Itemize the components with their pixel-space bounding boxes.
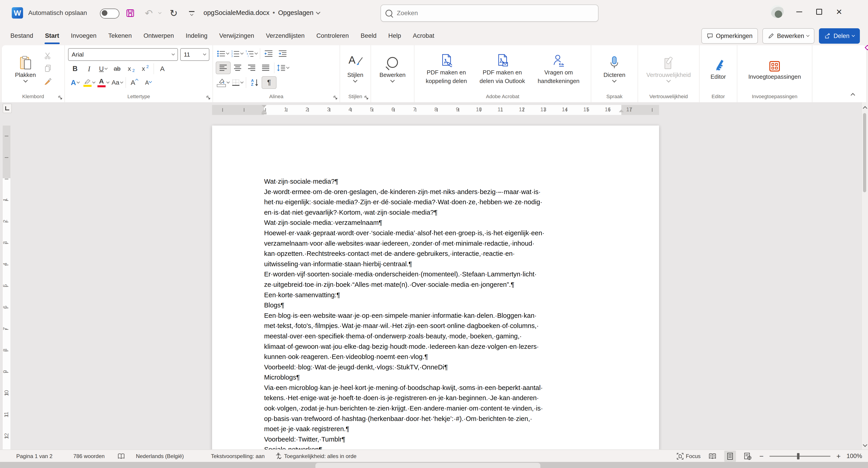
save-button[interactable]: [124, 7, 136, 20]
editing-mode-button[interactable]: Bewerken: [763, 28, 814, 43]
document-line[interactable]: op·basis·van·trefwoord·of·hashtag·(herke…: [264, 413, 626, 424]
document-line[interactable]: Er·worden·vijf·soorten·sociale·media·ond…: [264, 269, 626, 280]
tab-bestand[interactable]: Bestand: [4, 26, 39, 45]
undo-button[interactable]: ↶: [143, 7, 155, 20]
horizontal-ruler[interactable]: 1234567891011121314151617: [212, 105, 659, 115]
line-spacing-button[interactable]: [276, 62, 290, 74]
accessibility-status[interactable]: Toegankelijkheid: alles in orde: [275, 453, 356, 460]
subscript-button[interactable]: x2: [124, 63, 138, 75]
strikethrough-button[interactable]: ab: [110, 63, 124, 75]
search-input[interactable]: [396, 9, 593, 17]
tab-invoegen[interactable]: Invoegen: [65, 26, 102, 45]
multilevel-list-button[interactable]: 1 a i: [244, 48, 258, 59]
zoom-out-button[interactable]: −: [760, 452, 764, 460]
justify-button[interactable]: [259, 62, 273, 74]
document-line[interactable]: Microblogs¶: [264, 372, 626, 382]
tab-verwijzingen[interactable]: Verwijzingen: [213, 26, 260, 45]
document-line[interactable]: meestal·over·een·specifiek·thema·of·onde…: [264, 331, 626, 341]
document-line[interactable]: Sociale·netwerken¶: [264, 444, 626, 449]
editor-button[interactable]: Editor: [707, 55, 730, 82]
scroll-down-arrow[interactable]: [863, 442, 867, 447]
scrollbar-thumb[interactable]: [863, 113, 866, 192]
document-line[interactable]: kunnen·ook·reageren.·Een·videoblog·noemt…: [264, 352, 626, 362]
document-line[interactable]: Via·een·microblog·kan·je·heel·kort·je·me…: [264, 382, 626, 393]
shrink-font-button[interactable]: A: [141, 77, 155, 88]
page-indicator[interactable]: Pagina 1 van 2: [16, 453, 53, 460]
styles-dialog-launcher[interactable]: [364, 95, 369, 100]
hanging-indent-marker[interactable]: [261, 110, 267, 114]
change-case-button[interactable]: Aa: [110, 77, 124, 88]
undo-dropdown[interactable]: [156, 7, 163, 20]
redo-button[interactable]: ↻: [167, 7, 180, 20]
tab-acrobat[interactable]: Acrobat: [407, 26, 440, 45]
document-line[interactable]: moet·je·je·vaak·registreren.¶: [264, 424, 626, 434]
document-line[interactable]: ook·volgen,·zodat·je·hun·berichten·te·zi…: [264, 403, 626, 413]
print-layout-button[interactable]: [724, 450, 736, 462]
bold-button[interactable]: B: [68, 63, 82, 75]
document-page[interactable]: Wat·zijn·sociale·media?¶Je·wordt·ermee·o…: [212, 125, 659, 449]
comments-button[interactable]: Opmerkingen: [701, 28, 758, 43]
tab-indeling[interactable]: Indeling: [180, 26, 213, 45]
scroll-up-arrow[interactable]: [863, 106, 867, 111]
avatar[interactable]: [771, 5, 784, 18]
shading-button[interactable]: [216, 77, 230, 88]
numbering-button[interactable]: 1 2 3: [230, 48, 244, 59]
font-color-button[interactable]: A: [96, 77, 110, 88]
paste-button[interactable]: Plakken: [11, 53, 39, 84]
pdf-create-share-link-button[interactable]: PDF maken en koppeling delen: [422, 51, 470, 86]
show-formatting-marks-button[interactable]: ¶: [261, 76, 277, 89]
decrease-indent-button[interactable]: [261, 48, 276, 59]
tab-start[interactable]: Start: [39, 26, 65, 45]
restore-button[interactable]: [811, 4, 827, 19]
minimize-button[interactable]: [792, 4, 807, 19]
text-prediction-indicator[interactable]: Tekstvoorspelling: aan: [211, 453, 265, 460]
first-line-indent-marker[interactable]: [261, 105, 267, 108]
zoom-slider[interactable]: [769, 456, 831, 457]
search-box[interactable]: [380, 4, 598, 22]
font-dialog-launcher[interactable]: [206, 95, 211, 100]
styles-button[interactable]: A Stijlen: [344, 53, 367, 84]
tab-controleren[interactable]: Controleren: [310, 26, 355, 45]
close-button[interactable]: ×: [831, 4, 847, 19]
font-family-combo[interactable]: Arial: [68, 48, 178, 61]
addins-button[interactable]: Invoegtoepassingen: [745, 55, 805, 82]
right-indent-marker[interactable]: [619, 110, 624, 112]
sort-button[interactable]: AZ: [248, 77, 261, 88]
increase-indent-button[interactable]: [276, 48, 290, 59]
document-line[interactable]: Wat·zijn·sociale·media?¶: [264, 176, 626, 186]
document-line[interactable]: en·is·dat·niet·gevaarlijk?·Kortom,·wat·z…: [264, 207, 626, 217]
dictate-button[interactable]: Dicteren: [600, 53, 629, 84]
vertical-ruler[interactable]: 123456789101112: [3, 115, 10, 449]
tab-stop-selector[interactable]: [3, 104, 12, 113]
document-line[interactable]: Een·korte·samenvatting:¶: [264, 290, 626, 300]
proofing-status[interactable]: [118, 453, 125, 459]
tab-verzendlijsten[interactable]: Verzendlijsten: [260, 26, 310, 45]
document-title[interactable]: opgSocialeMedia.docx • Opgeslagen: [204, 9, 320, 17]
document-line[interactable]: ze·uitgebreid·toe·in·zijn·boek·“Alles·me…: [264, 280, 626, 290]
tab-beeld[interactable]: Beeld: [355, 26, 382, 45]
read-mode-button[interactable]: [707, 450, 718, 462]
grow-font-button[interactable]: A: [127, 77, 141, 88]
document-text[interactable]: Wat·zijn·sociale·media?¶Je·wordt·ermee·o…: [264, 176, 626, 449]
text-effects-button[interactable]: A: [68, 77, 82, 88]
tab-tekenen[interactable]: Tekenen: [102, 26, 138, 45]
tab-ontwerpen[interactable]: Ontwerpen: [138, 26, 180, 45]
word-count[interactable]: 786 woorden: [73, 453, 105, 460]
clipboard-dialog-launcher[interactable]: [58, 95, 63, 100]
tab-help[interactable]: Help: [382, 26, 407, 45]
italic-button[interactable]: I: [82, 63, 96, 75]
align-center-button[interactable]: [230, 62, 245, 74]
document-line[interactable]: Hoewel·er·vaak·gepraat·wordt·over·‘socia…: [264, 228, 626, 238]
document-line[interactable]: klimaat·of·gewoon·wat·jou·elke·dag·bezig…: [264, 341, 626, 352]
customize-quick-access-button[interactable]: [185, 7, 198, 20]
document-line[interactable]: Een·blog·is·een·website·waar·je·op·een·s…: [264, 310, 626, 321]
focus-mode-button[interactable]: Focus: [677, 453, 701, 460]
document-line[interactable]: het·nu·eigenlijk:·sociale·media?·Zijn·er…: [264, 197, 626, 207]
language-indicator[interactable]: Nederlands (België): [136, 453, 184, 460]
font-size-combo[interactable]: 11: [180, 48, 209, 61]
copy-button[interactable]: [41, 62, 55, 74]
request-signatures-button[interactable]: Vragen om handtekeningen: [534, 51, 583, 86]
superscript-button[interactable]: x2: [138, 63, 152, 75]
paragraph-dialog-launcher[interactable]: [333, 95, 338, 100]
cut-button[interactable]: [41, 50, 55, 61]
